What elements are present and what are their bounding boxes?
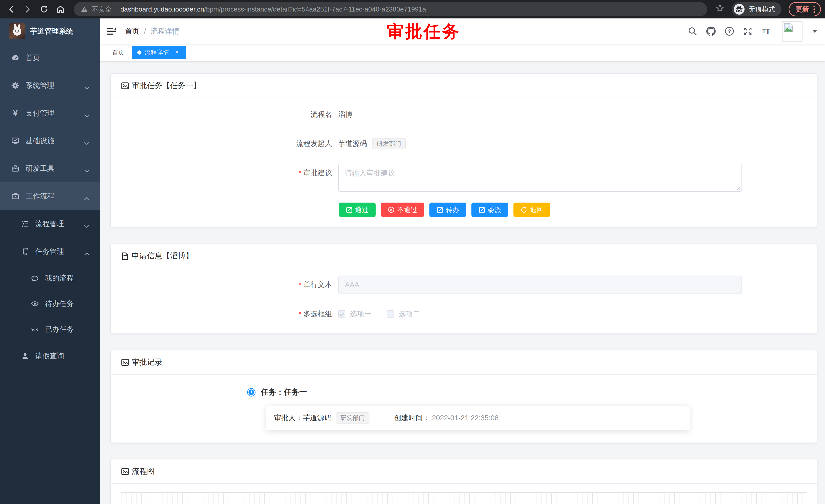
address-divider — [116, 5, 116, 13]
sidebar-item-task-management[interactable]: 任务管理 — [0, 238, 100, 265]
approve-records-card-header: 审批记录 — [111, 350, 817, 375]
dept-tag: 研发部门 — [335, 412, 369, 424]
tab-close-icon[interactable]: × — [173, 49, 180, 56]
app-logo — [9, 23, 25, 39]
avatar-caret-icon[interactable] — [812, 30, 817, 33]
browser-forward-button[interactable] — [20, 2, 35, 16]
picture-icon — [121, 82, 129, 90]
suggest-textarea[interactable] — [338, 164, 742, 192]
approve-return-button[interactable]: 退回 — [513, 202, 550, 217]
process-name-row: 流程名 滔博 — [121, 105, 807, 124]
sidebar-item-dev-tools[interactable]: 研发工具 — [0, 155, 100, 182]
sidebar-item-payment[interactable]: ¥ 支付管理 — [0, 99, 100, 127]
bpmn-diagram-canvas[interactable] — [121, 492, 807, 504]
approve-delegate-button[interactable]: 委派 — [471, 202, 508, 217]
breadcrumb: 首页 / 流程详情 — [125, 26, 179, 36]
sidebar-item-home[interactable]: 首页 — [0, 44, 100, 72]
chevron-up-icon — [84, 194, 90, 202]
url-path: /bpm/process-instance/detail?id=54aa251f… — [204, 5, 426, 13]
reload-icon — [40, 5, 49, 14]
tab-home[interactable]: 首页 — [107, 46, 129, 59]
initiator-label: 流程发起人 — [121, 135, 338, 153]
sidebar-item-label: 待办任务 — [45, 299, 74, 309]
single-text-row: 单行文本 — [121, 275, 807, 294]
tags-view-bar: 首页 流程详情 × — [100, 44, 825, 62]
sidebar-item-label: 任务管理 — [35, 247, 64, 256]
approve-records-card-body: 任务：任务一 审批人：芋道源码 研发部门 创建时间： 2022-01-21 22… — [111, 375, 817, 442]
browser-menu-icon[interactable] — [814, 6, 815, 13]
browser-update-button[interactable]: 更新 — [789, 2, 821, 16]
yen-icon: ¥ — [11, 109, 19, 117]
approve-transfer-button[interactable]: 转办 — [430, 202, 466, 217]
card-title: 审批任务【任务一】 — [132, 80, 201, 91]
svg-text:?: ? — [728, 28, 731, 34]
help-icon[interactable]: ? — [725, 26, 734, 36]
checkbox-option-1[interactable]: 选项一 — [338, 305, 372, 323]
github-icon[interactable] — [706, 26, 716, 36]
dept-tag: 研发部门 — [372, 138, 406, 149]
single-text-input[interactable] — [338, 275, 742, 294]
breadcrumb-home-link[interactable]: 首页 — [125, 26, 139, 36]
browser-home-button[interactable] — [53, 2, 68, 16]
approve-pass-button[interactable]: 通过 — [339, 202, 376, 217]
approve-reject-button[interactable]: 不通过 — [381, 202, 424, 217]
annotation-overlay-text: 审批任务 — [387, 20, 461, 43]
sidebar-item-label: 首页 — [26, 53, 40, 63]
tab-process-detail[interactable]: 流程详情 × — [132, 46, 186, 59]
tree-table-icon — [21, 220, 29, 228]
face-icon — [31, 274, 39, 282]
chevron-down-icon — [84, 83, 90, 92]
sidebar-submenu-workflow: 流程管理 任务管理 我的流程 — [0, 210, 100, 504]
sidebar-item-leave-query[interactable]: 请假查询 — [0, 342, 100, 370]
sidebar-item-done-tasks[interactable]: 已办任务 — [0, 317, 100, 342]
process-name-label: 流程名 — [121, 105, 338, 124]
eye-open-icon — [31, 300, 39, 308]
browser-back-button[interactable] — [4, 2, 18, 16]
checkbox-label: 选项一 — [350, 305, 372, 323]
sidebar-item-infrastructure[interactable]: 基础设施 — [0, 127, 100, 155]
not-secure-warning-icon — [81, 6, 88, 12]
sidebar-logo-row: 芋道管理系统 — [0, 18, 100, 44]
suggest-label: 审批建议 — [121, 164, 338, 182]
checkbox-option-2[interactable]: 选项二 — [387, 305, 420, 323]
document-icon — [121, 252, 129, 260]
apply-info-card: 申请信息【滔博】 单行文本 多选框组 选项一 — [110, 244, 817, 334]
process-diagram-card: 流程图 — [110, 459, 817, 504]
sidebar-item-label: 系统管理 — [26, 81, 54, 90]
timeline-item-header: 任务：任务一 — [247, 387, 807, 398]
briefcase-icon — [11, 192, 19, 200]
process-name-value: 滔博 — [338, 105, 353, 124]
sidebar-item-workflow[interactable]: 工作流程 — [0, 182, 100, 210]
font-size-icon[interactable]: TT — [761, 26, 771, 36]
sidebar-item-my-process[interactable]: 我的流程 — [0, 265, 100, 291]
initiator-value: 芋道源码 — [338, 135, 367, 153]
active-tab-dot — [137, 51, 141, 55]
checkbox-checked-icon — [338, 310, 346, 318]
incognito-label: 无痕模式 — [749, 5, 775, 14]
process-diagram-card-header: 流程图 — [111, 459, 817, 484]
tab-label: 流程详情 — [145, 49, 169, 57]
eye-closed-icon — [31, 325, 39, 333]
sidebar-item-todo-tasks[interactable]: 待办任务 — [0, 291, 100, 317]
apply-info-card-body: 单行文本 多选框组 选项一 — [111, 268, 817, 333]
sidebar-item-label: 已办任务 — [45, 325, 74, 334]
sidebar-item-label: 流程管理 — [35, 219, 64, 229]
security-warning-label: 不安全 — [92, 5, 112, 14]
avatar[interactable] — [782, 21, 803, 41]
chevron-down-icon — [84, 139, 90, 147]
fullscreen-icon[interactable] — [743, 26, 753, 36]
star-icon — [715, 4, 725, 13]
bookmark-star-button[interactable] — [715, 4, 725, 15]
update-label: 更新 — [796, 5, 809, 14]
edit-icon — [346, 206, 353, 213]
browser-reload-button[interactable] — [37, 2, 51, 16]
checkbox-unchecked-icon — [387, 310, 394, 318]
sidebar-collapse-button[interactable] — [106, 26, 117, 36]
back-arrow-icon — [7, 5, 16, 14]
checkbox-group-label: 多选框组 — [121, 305, 338, 323]
sidebar-item-process-management[interactable]: 流程管理 — [0, 210, 100, 238]
sidebar-item-system[interactable]: 系统管理 — [0, 72, 100, 99]
address-bar[interactable]: 不安全 dashboard.yudao.iocoder.cn/bpm/proce… — [74, 2, 707, 16]
search-icon[interactable] — [688, 26, 697, 36]
chevron-down-icon — [84, 222, 90, 230]
